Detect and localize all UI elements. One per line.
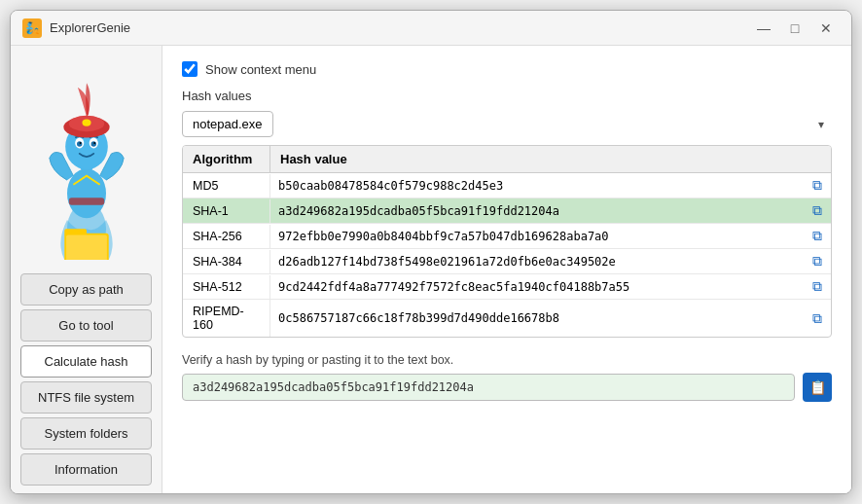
copy-icon[interactable]: ⧉ <box>812 278 822 295</box>
hash-value-cell: d26adb127f14bd738f5498e021961a72d0fb6e0a… <box>270 250 804 273</box>
file-selector-wrapper: notepad.exe <box>182 111 832 137</box>
svg-point-13 <box>82 119 90 126</box>
hash-row[interactable]: RIPEMD-160 0c586757187c66c18f78b399d7d49… <box>183 300 831 337</box>
paste-icon: 📋 <box>809 379 826 395</box>
hash-algo-cell: RIPEMD-160 <box>183 300 270 337</box>
hash-algo-cell: SHA-256 <box>183 225 270 248</box>
window-controls: — □ ✕ <box>750 18 840 39</box>
svg-point-10 <box>93 142 95 144</box>
copy-icon[interactable]: ⧉ <box>812 177 822 194</box>
hash-values-label: Hash values <box>182 89 832 103</box>
hash-copy-button[interactable]: ⧉ <box>804 274 831 299</box>
svg-rect-2 <box>68 198 103 204</box>
hash-row[interactable]: SHA-256 972efbb0e7990a0b8404bbf9c7a57b04… <box>183 224 831 249</box>
hash-table: Algorithm Hash value MD5 b50caab08478584… <box>182 145 832 338</box>
verify-row: 📋 <box>182 373 832 402</box>
copy-icon[interactable]: ⧉ <box>812 228 822 244</box>
col-hash-header: Hash value <box>270 146 831 172</box>
svg-point-8 <box>90 141 95 146</box>
hash-copy-button[interactable]: ⧉ <box>804 249 831 273</box>
hash-row[interactable]: MD5 b50caab08478584c0f579c988c2d45e3 ⧉ <box>183 173 831 198</box>
col-algo-header: Algorithm <box>183 146 270 172</box>
title-bar: 🧞 ExplorerGenie — □ ✕ <box>11 11 851 46</box>
minimize-button[interactable]: — <box>750 18 777 39</box>
hash-values-section: Hash values notepad.exe Algorithm Hash v… <box>182 89 832 338</box>
verify-copy-button[interactable]: 📋 <box>803 373 832 402</box>
verify-label: Verify a hash by typing or pasting it to… <box>182 353 832 367</box>
sidebar-item-calculate-hash[interactable]: Calculate hash <box>20 345 152 378</box>
sidebar-item-system-folders[interactable]: System folders <box>20 417 152 450</box>
main-window: 🧞 ExplorerGenie — □ ✕ <box>10 10 852 494</box>
verify-input[interactable] <box>182 374 795 401</box>
sidebar-item-information[interactable]: Information <box>20 453 152 486</box>
hash-algo-cell: MD5 <box>183 174 270 198</box>
hash-table-header: Algorithm Hash value <box>183 146 831 173</box>
app-title: ExplorerGenie <box>50 20 750 35</box>
hash-copy-button[interactable]: ⧉ <box>804 198 831 223</box>
hash-value-cell: 0c586757187c66c18f78b399d7d490dde16678b8 <box>270 306 804 330</box>
sidebar-item-go-to-tool[interactable]: Go to tool <box>20 309 152 342</box>
hash-value-cell: b50caab08478584c0f579c988c2d45e3 <box>270 174 804 198</box>
show-context-menu-row: Show context menu <box>182 61 832 77</box>
hash-value-cell: a3d249682a195dcadba05f5bca91f19fdd21204a <box>270 199 804 223</box>
maximize-button[interactable]: □ <box>781 18 808 39</box>
hash-algo-cell: SHA-384 <box>183 250 270 273</box>
show-context-menu-label: Show context menu <box>205 62 316 77</box>
copy-icon[interactable]: ⧉ <box>812 202 822 219</box>
show-context-menu-checkbox[interactable] <box>182 61 198 77</box>
svg-rect-16 <box>66 235 107 260</box>
sidebar-item-copy-as-path[interactable]: Copy as path <box>20 273 152 306</box>
hash-rows-container: MD5 b50caab08478584c0f579c988c2d45e3 ⧉ S… <box>183 173 831 337</box>
nav-buttons: Copy as path Go to tool Calculate hash N… <box>20 273 152 486</box>
sidebar-item-ntfs-file-system[interactable]: NTFS file system <box>20 381 152 414</box>
sidebar: Copy as path Go to tool Calculate hash N… <box>11 46 162 493</box>
svg-point-9 <box>79 142 81 144</box>
hash-row[interactable]: SHA-384 d26adb127f14bd738f5498e021961a72… <box>183 249 831 274</box>
genie-illustration <box>38 55 135 270</box>
hash-value-cell: 9cd2442fdf4a8a777492f7572fc8eac5fa1940cf… <box>270 275 804 299</box>
hash-algo-cell: SHA-512 <box>183 275 270 299</box>
hash-row[interactable]: SHA-1 a3d249682a195dcadba05f5bca91f19fdd… <box>183 198 831 224</box>
app-icon: 🧞 <box>22 18 42 38</box>
hash-copy-button[interactable]: ⧉ <box>804 224 831 248</box>
verify-section: Verify a hash by typing or pasting it to… <box>182 353 832 402</box>
right-panel: Show context menu Hash values notepad.ex… <box>162 46 851 493</box>
hash-copy-button[interactable]: ⧉ <box>804 173 831 198</box>
hash-algo-cell: SHA-1 <box>183 199 270 223</box>
close-window-button[interactable]: ✕ <box>812 18 840 39</box>
file-select[interactable]: notepad.exe <box>182 111 273 137</box>
hash-row[interactable]: SHA-512 9cd2442fdf4a8a777492f7572fc8eac5… <box>183 274 831 300</box>
copy-icon[interactable]: ⧉ <box>812 253 822 270</box>
copy-icon[interactable]: ⧉ <box>812 310 822 327</box>
svg-point-7 <box>77 141 82 146</box>
hash-value-cell: 972efbb0e7990a0b8404bbf9c7a57b047db16962… <box>270 225 804 248</box>
hash-copy-button[interactable]: ⧉ <box>804 306 831 331</box>
svg-rect-15 <box>64 229 87 235</box>
main-content: Copy as path Go to tool Calculate hash N… <box>11 46 851 493</box>
